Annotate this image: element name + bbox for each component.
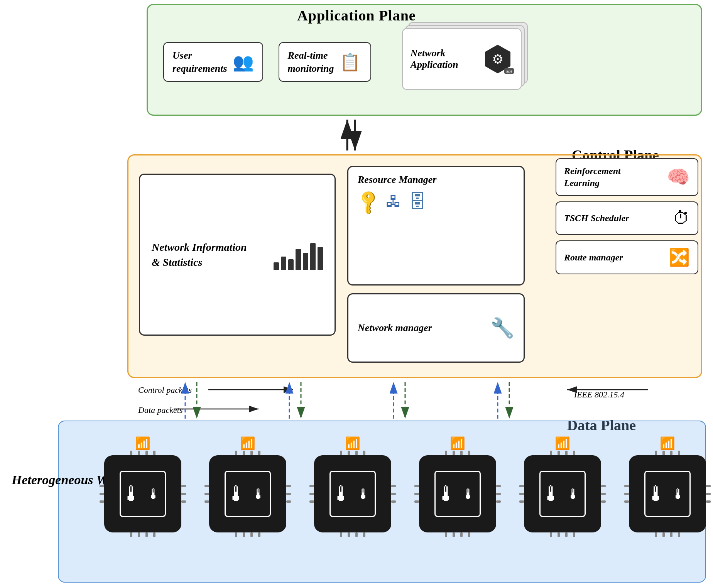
wsn-node-5: 📶 🌡: [520, 436, 605, 567]
wrench-icon: 🔧: [490, 317, 514, 339]
database-icon: 🗄: [408, 191, 427, 212]
wifi-icon-4: 📶: [450, 436, 465, 451]
wsn-node-3: 📶 🌡: [310, 436, 395, 567]
route-manager-label: Route manager: [564, 252, 663, 264]
wifi-icon-2: 📶: [240, 436, 255, 451]
bar-chart-icon: [274, 239, 323, 270]
ethernet-icon: 🖧: [386, 193, 401, 211]
svg-text:🌡: 🌡: [251, 486, 266, 502]
shuffle-icon: 🔀: [669, 247, 690, 267]
chip-box-2: 🌡: [209, 455, 286, 532]
route-manager-box: Route manager 🔀: [556, 240, 698, 274]
users-icon: 👥: [233, 52, 254, 72]
ieee-label: IEEE 802.15.4: [574, 390, 624, 400]
network-app-icon-wrap: ⚙ api: [482, 44, 513, 74]
wifi-icon-1: 📶: [135, 436, 150, 451]
chip-box-4: 🌡: [419, 455, 496, 532]
net-info-box: Network Information & Statistics: [139, 174, 336, 336]
app-plane-title: Application Plane: [297, 7, 416, 24]
network-app-label: Network Application: [411, 47, 477, 71]
chip-inner-5: 🌡: [539, 471, 586, 517]
tsch-scheduler-label: TSCH Scheduler: [564, 212, 667, 224]
reinforcement-learning-label: Reinforcement Learning: [564, 165, 661, 189]
user-requirements-label: User requirements: [172, 49, 227, 75]
wsn-node-6: 📶 🌡: [625, 436, 710, 567]
svg-text:🌡: 🌡: [146, 486, 161, 502]
wsn-node-4: 📶 🌡: [415, 436, 500, 567]
chip-inner-6: 🌡: [644, 471, 691, 517]
chip-box-5: 🌡: [524, 455, 601, 532]
net-info-label: Network Information & Statistics: [152, 240, 266, 270]
svg-text:🌡: 🌡: [461, 486, 476, 502]
app-plane-box: User requirements 👥 Real-time monitoring…: [147, 4, 702, 116]
data-packets-label: Data packets: [138, 405, 182, 415]
chip-box-3: 🌡: [314, 455, 391, 532]
wsn-node-2: 📶 🌡: [205, 436, 290, 567]
wsn-nodes-row: 📶 🌡 📶 🌡 📶: [100, 436, 710, 567]
network-app-stack: Network Application ⚙ api: [402, 28, 529, 96]
monitor-icon: 📋: [340, 52, 361, 72]
chip-box-1: 🌡: [104, 455, 181, 532]
svg-text:🌡: 🌡: [356, 486, 371, 502]
control-packets-label: Control packets: [138, 385, 192, 395]
brain-icon: 🧠: [667, 166, 690, 188]
stopwatch-icon: ⏱: [673, 208, 690, 228]
chip-inner-4: 🌡: [434, 471, 481, 517]
resource-manager-box: Resource Manager 🔑 🖧 🗄: [347, 166, 525, 286]
chip-inner-1: 🌡: [120, 471, 166, 517]
wifi-icon-6: 📶: [660, 436, 675, 451]
svg-text:⚙: ⚙: [492, 52, 503, 66]
key-icon: 🔑: [354, 187, 383, 216]
resource-icons: 🔑 🖧 🗄: [358, 191, 514, 212]
wifi-icon-5: 📶: [555, 436, 570, 451]
chip-inner-3: 🌡: [329, 471, 376, 517]
wsn-node-1: 📶 🌡: [100, 436, 185, 567]
chip-inner-2: 🌡: [225, 471, 271, 517]
svg-text:🌡: 🌡: [671, 486, 686, 502]
right-column: Reinforcement Learning 🧠 TSCH Scheduler …: [556, 158, 698, 274]
api-label: api: [504, 68, 514, 74]
reinforcement-learning-box: Reinforcement Learning 🧠: [556, 158, 698, 196]
chip-box-6: 🌡: [629, 455, 706, 532]
network-manager-box: Network manager 🔧: [347, 293, 525, 363]
svg-text:🌡: 🌡: [566, 486, 581, 502]
resource-manager-label: Resource Manager: [358, 174, 514, 186]
tsch-scheduler-box: TSCH Scheduler ⏱: [556, 201, 698, 235]
network-manager-label: Network manager: [358, 322, 483, 334]
net-app-card-front: Network Application ⚙ api: [402, 28, 522, 90]
realtime-monitoring-label: Real-time monitoring: [288, 49, 334, 75]
user-requirements-box: User requirements 👥: [163, 42, 263, 82]
realtime-monitoring-box: Real-time monitoring 📋: [279, 42, 371, 82]
wifi-icon-3: 📶: [345, 436, 360, 451]
